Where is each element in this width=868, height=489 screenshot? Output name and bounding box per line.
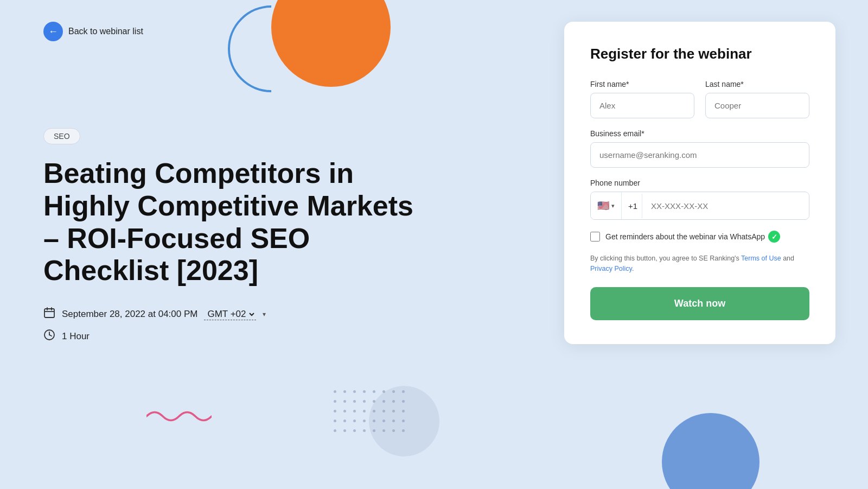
phone-country-code: +1	[622, 194, 642, 218]
us-flag-icon: 🇺🇸	[597, 200, 609, 212]
back-button-label: Back to webinar list	[68, 27, 143, 36]
webinar-meta: September 28, 2022 at 04:00 PM GMT +02 G…	[43, 307, 532, 344]
last-name-input[interactable]	[705, 93, 809, 118]
watch-now-button[interactable]: Watch now	[590, 287, 809, 320]
whatsapp-icon: ✓	[768, 231, 780, 243]
phone-group: Phone number 🇺🇸 ▾ +1	[590, 179, 809, 220]
back-arrow-icon: ←	[43, 22, 63, 41]
phone-number-input[interactable]	[642, 194, 809, 218]
phone-label: Phone number	[590, 179, 809, 187]
webinar-duration-row: 1 Hour	[43, 329, 532, 344]
svg-line-6	[49, 335, 52, 336]
flag-chevron-icon: ▾	[611, 202, 615, 209]
name-row: First name* Last name*	[590, 80, 809, 118]
terms-text: By clicking this button, you agree to SE…	[590, 253, 809, 274]
page-layout: ← Back to webinar list SEO Beating Compe…	[0, 0, 868, 489]
first-name-group: First name*	[590, 80, 694, 118]
webinar-duration: 1 Hour	[62, 331, 90, 342]
category-badge: SEO	[43, 128, 80, 144]
registration-form-card: Register for the webinar First name* Las…	[564, 22, 835, 344]
back-to-webinar-list-button[interactable]: ← Back to webinar list	[43, 22, 143, 41]
last-name-label: Last name*	[705, 80, 809, 88]
whatsapp-checkbox[interactable]	[590, 232, 600, 242]
timezone-select[interactable]: GMT +02 GMT +00 GMT +01 GMT +03	[204, 308, 256, 320]
clock-icon	[43, 329, 55, 344]
whatsapp-checkbox-label: Get reminders about the webinar via What…	[605, 231, 780, 243]
right-panel: Register for the webinar First name* Las…	[564, 0, 868, 489]
webinar-title: Beating Competitors in Highly Competitiv…	[43, 157, 423, 287]
calendar-icon	[43, 307, 55, 321]
form-title: Register for the webinar	[590, 46, 809, 62]
email-label: Business email*	[590, 129, 809, 138]
whatsapp-checkbox-row: Get reminders about the webinar via What…	[590, 231, 809, 243]
first-name-label: First name*	[590, 80, 694, 88]
phone-flag-select[interactable]: 🇺🇸 ▾	[591, 192, 622, 219]
timezone-chevron-icon: ▾	[263, 310, 266, 318]
terms-of-use-link[interactable]: Terms of Use	[741, 255, 781, 262]
last-name-group: Last name*	[705, 80, 809, 118]
privacy-policy-link[interactable]: Privacy Policy	[590, 265, 632, 272]
phone-input-wrapper: 🇺🇸 ▾ +1	[590, 192, 809, 220]
webinar-date-row: September 28, 2022 at 04:00 PM GMT +02 G…	[43, 307, 532, 321]
webinar-date: September 28, 2022 at 04:00 PM	[62, 309, 197, 320]
first-name-input[interactable]	[590, 93, 694, 118]
email-group: Business email*	[590, 129, 809, 168]
svg-rect-0	[44, 309, 54, 317]
left-panel: ← Back to webinar list SEO Beating Compe…	[0, 0, 564, 489]
email-input[interactable]	[590, 142, 809, 168]
